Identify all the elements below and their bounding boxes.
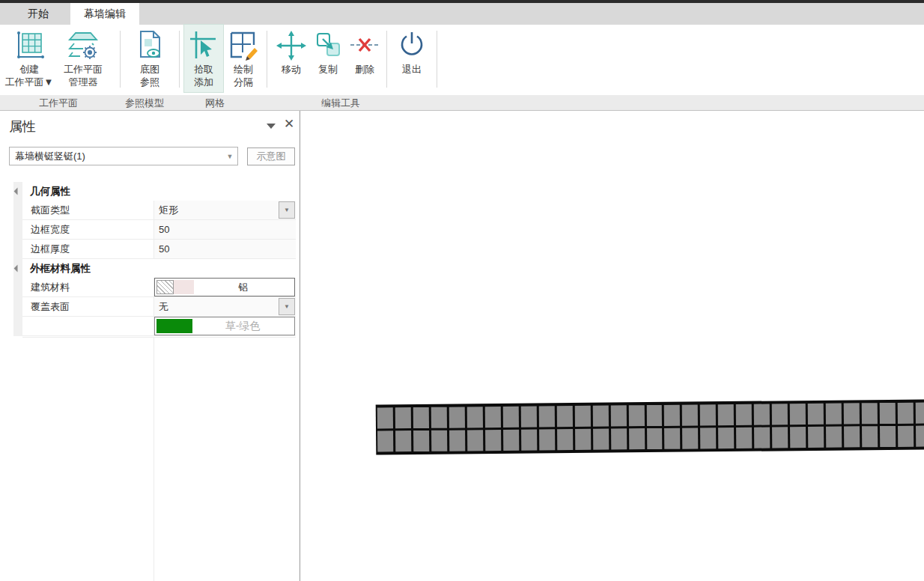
chevron-down-icon[interactable]: ▼ (279, 298, 295, 315)
curtain-panel[interactable] (538, 406, 554, 427)
cover-surface-value[interactable]: 无 ▼ (154, 297, 296, 317)
curtain-panel[interactable] (682, 428, 698, 448)
curtain-panel[interactable] (611, 428, 627, 449)
frame-width-value[interactable]: 50 (154, 220, 296, 240)
section-type-value[interactable]: 矩形 ▼ (154, 201, 296, 220)
curtain-panel[interactable] (592, 406, 608, 427)
delete-button[interactable]: 删除 (346, 25, 383, 92)
curtain-panel[interactable] (395, 431, 411, 451)
curtain-panel[interactable] (880, 403, 896, 424)
move-button[interactable]: 移动 (273, 25, 310, 92)
curtain-panel[interactable] (647, 428, 663, 449)
curtain-panel[interactable] (808, 404, 824, 425)
building-material-picker[interactable]: 铝 (154, 278, 295, 296)
group-label-grid: 网格 (205, 97, 225, 110)
exit-button[interactable]: 退出 (392, 25, 431, 92)
property-row-color: 草-绿色 (13, 317, 296, 336)
curtain-panel[interactable] (449, 407, 465, 428)
element-type-dropdown[interactable]: 幕墙横铤竖铤(1) ▼ (9, 147, 238, 165)
curtain-panel[interactable] (521, 430, 537, 451)
curtain-panel[interactable] (718, 404, 734, 425)
curtain-panel[interactable] (610, 405, 626, 426)
curtain-panel[interactable] (377, 407, 393, 428)
curtain-panel[interactable] (772, 404, 788, 425)
curtain-panel[interactable] (700, 404, 716, 425)
curtain-panel[interactable] (449, 430, 465, 451)
color-picker[interactable]: 草-绿色 (154, 317, 295, 335)
curtain-panel[interactable] (628, 405, 644, 426)
curtain-panel[interactable] (413, 431, 429, 451)
curtain-panel[interactable] (700, 428, 716, 448)
property-label: 截面类型 (22, 201, 154, 220)
curtain-panel[interactable] (808, 427, 824, 448)
curtain-panel[interactable] (880, 426, 896, 447)
curtain-panel[interactable] (467, 407, 483, 428)
schematic-button[interactable]: 示意图 (247, 147, 295, 165)
curtain-panel[interactable] (593, 429, 609, 450)
curtain-panel[interactable] (377, 431, 393, 451)
chevron-down-icon[interactable]: ▼ (279, 201, 295, 219)
curtain-panel[interactable] (754, 428, 770, 448)
curtain-panel[interactable] (826, 404, 842, 425)
curtain-panel[interactable] (575, 429, 591, 450)
curtain-panel[interactable] (664, 405, 680, 426)
curtain-panel[interactable] (898, 426, 914, 447)
curtain-wall-model[interactable] (376, 399, 924, 454)
curtain-panel[interactable] (485, 430, 501, 451)
curtain-panel[interactable] (467, 430, 483, 451)
chevron-down-icon[interactable]: ▼ (222, 147, 237, 165)
curtain-panel[interactable] (772, 427, 788, 448)
curtain-panel[interactable] (682, 404, 698, 425)
curtain-panel[interactable] (754, 404, 770, 425)
tab-start[interactable]: 开始 (6, 3, 70, 25)
property-label: 边框宽度 (22, 220, 154, 240)
curtain-panel[interactable] (502, 407, 518, 428)
curtain-panel[interactable] (736, 428, 752, 448)
create-workplane-button[interactable]: 创建 工作平面▼ (6, 25, 52, 92)
property-label (22, 317, 154, 336)
curtain-panel[interactable] (646, 405, 662, 426)
curtain-panel[interactable] (485, 407, 501, 428)
curtain-panel[interactable] (431, 407, 447, 428)
curtain-panel[interactable] (629, 428, 645, 449)
curtain-panel[interactable] (916, 402, 924, 423)
curtain-panel[interactable] (736, 404, 752, 425)
curtain-panel[interactable] (520, 407, 536, 428)
curtain-panel[interactable] (395, 407, 411, 428)
drawing-canvas[interactable] (300, 111, 924, 581)
tab-curtain-wall-edit[interactable]: 幕墙编辑 (70, 3, 139, 25)
curtain-panel[interactable] (844, 403, 860, 424)
draw-divide-button[interactable]: 绘制 分隔 (223, 25, 264, 92)
property-label: 边框厚度 (22, 240, 154, 259)
curtain-panel[interactable] (790, 404, 806, 425)
curtain-panel[interactable] (664, 428, 680, 449)
workplane-manager-button[interactable]: 工作平面 管理器 (52, 25, 114, 92)
curtain-panel[interactable] (862, 403, 878, 424)
curtain-panel[interactable] (844, 426, 860, 447)
curtain-panel[interactable] (413, 407, 429, 428)
panel-collapse-icon[interactable] (267, 124, 276, 129)
curtain-panel[interactable] (862, 426, 878, 447)
curtain-panel[interactable] (916, 425, 924, 446)
copy-button[interactable]: 复制 (310, 25, 346, 92)
curtain-panel[interactable] (898, 403, 914, 424)
color-name: 草-绿色 (192, 320, 293, 333)
close-icon[interactable]: ✕ (284, 117, 294, 132)
curtain-panel[interactable] (790, 427, 806, 448)
collapse-triangle-icon[interactable] (14, 188, 22, 195)
pick-add-button[interactable]: 拾取 添加 (184, 25, 223, 92)
curtain-panel[interactable] (503, 430, 519, 451)
ribbon-separator (120, 31, 121, 88)
curtain-panel[interactable] (574, 406, 590, 427)
axis-grid-icon (13, 28, 46, 63)
curtain-panel[interactable] (826, 427, 842, 448)
collapse-triangle-icon[interactable] (14, 265, 22, 273)
ribbon-separator (386, 31, 387, 88)
curtain-panel[interactable] (431, 431, 447, 451)
curtain-panel[interactable] (556, 406, 572, 427)
base-map-reference-button[interactable]: 底图 参照 (126, 25, 174, 92)
curtain-panel[interactable] (718, 428, 734, 448)
curtain-panel[interactable] (557, 429, 573, 450)
frame-thickness-value[interactable]: 50 (154, 240, 296, 259)
curtain-panel[interactable] (539, 429, 555, 450)
